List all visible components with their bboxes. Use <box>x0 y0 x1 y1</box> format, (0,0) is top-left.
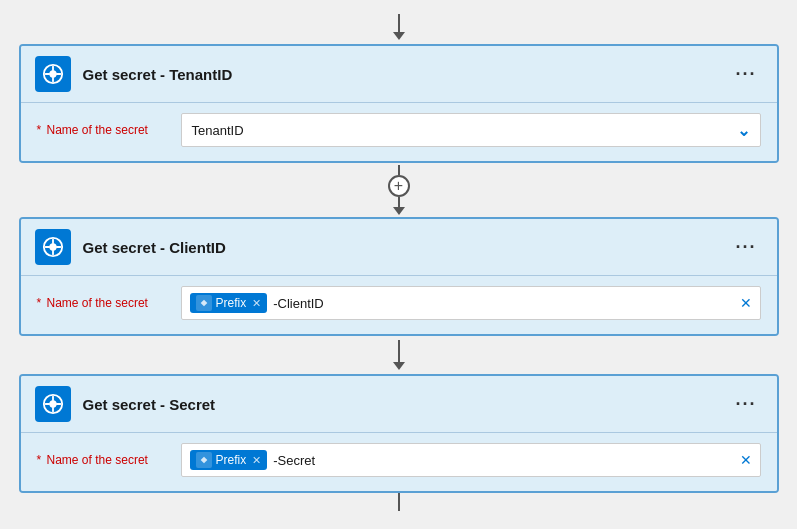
card-tenant: Get secret - TenantID ··· * Name of the … <box>19 44 779 163</box>
client-token-field[interactable]: Prefix ✕ -ClientID ✕ <box>181 286 761 320</box>
arrow-line-2 <box>398 340 400 362</box>
secret-token-chip: Prefix ✕ <box>190 450 268 470</box>
secret-field-label-text: Name of the secret <box>47 453 148 467</box>
card-secret-icon <box>35 386 71 422</box>
key-vault-icon-3 <box>42 393 64 415</box>
card-secret-title: Get secret - Secret <box>83 396 718 413</box>
card-tenant-menu[interactable]: ··· <box>729 62 762 87</box>
secret-token-label: Prefix <box>216 453 247 467</box>
card-tenant-header: Get secret - TenantID ··· <box>21 46 777 102</box>
secret-token-suffix: -Secret <box>273 453 315 468</box>
plus-connector-1: + <box>388 165 410 215</box>
required-star-3: * <box>37 453 45 467</box>
secret-token-field[interactable]: Prefix ✕ -Secret ✕ <box>181 443 761 477</box>
arrow-2 <box>393 340 405 370</box>
client-token-remove[interactable]: ✕ <box>252 297 261 310</box>
client-token-label: Prefix <box>216 296 247 310</box>
top-arrow <box>393 14 405 40</box>
bottom-line <box>398 493 400 511</box>
flow-container: Get secret - TenantID ··· * Name of the … <box>9 10 789 511</box>
svg-point-5 <box>49 400 56 407</box>
card-tenant-title: Get secret - TenantID <box>83 66 718 83</box>
card-secret-header: Get secret - Secret ··· <box>21 376 777 432</box>
card-secret-menu[interactable]: ··· <box>729 392 762 417</box>
card-client-icon <box>35 229 71 265</box>
secret-field-clear[interactable]: ✕ <box>740 452 752 468</box>
required-star: * <box>37 123 45 137</box>
token-chip-icon-svg <box>199 298 209 308</box>
card-client-field-label: * Name of the secret <box>37 296 167 310</box>
card-client-title: Get secret - ClientID <box>83 239 718 256</box>
svg-point-1 <box>49 70 56 77</box>
svg-point-3 <box>49 243 56 250</box>
tenant-dropdown-value: TenantID <box>192 123 244 138</box>
card-tenant-icon <box>35 56 71 92</box>
plus-line-top <box>398 165 400 175</box>
arrow-line <box>398 14 400 32</box>
tenant-dropdown[interactable]: TenantID ⌄ <box>181 113 761 147</box>
arrow-head <box>393 32 405 40</box>
card-client-body: * Name of the secret Prefix ✕ -ClientID … <box>21 276 777 334</box>
card-secret-field-label: * Name of the secret <box>37 453 167 467</box>
card-secret: Get secret - Secret ··· * Name of the se… <box>19 374 779 493</box>
token-icon-2 <box>196 452 212 468</box>
secret-token-remove[interactable]: ✕ <box>252 454 261 467</box>
card-tenant-body: * Name of the secret TenantID ⌄ <box>21 103 777 161</box>
client-token-chip: Prefix ✕ <box>190 293 268 313</box>
client-token-suffix: -ClientID <box>273 296 324 311</box>
card-secret-body: * Name of the secret Prefix ✕ -Secret ✕ <box>21 433 777 491</box>
token-icon <box>196 295 212 311</box>
field-label-text: Name of the secret <box>47 123 148 137</box>
key-vault-icon-2 <box>42 236 64 258</box>
arrow-head-2 <box>393 207 405 215</box>
add-step-button-1[interactable]: + <box>388 175 410 197</box>
plus-line-bottom <box>398 197 400 207</box>
card-client-menu[interactable]: ··· <box>729 235 762 260</box>
client-field-label-text: Name of the secret <box>47 296 148 310</box>
card-client-header: Get secret - ClientID ··· <box>21 219 777 275</box>
chevron-down-icon: ⌄ <box>737 121 750 140</box>
key-vault-icon <box>42 63 64 85</box>
client-field-clear[interactable]: ✕ <box>740 295 752 311</box>
token-chip-icon-svg-2 <box>199 455 209 465</box>
plus-icon: + <box>394 177 403 195</box>
card-client: Get secret - ClientID ··· * Name of the … <box>19 217 779 336</box>
card-tenant-field-label: * Name of the secret <box>37 123 167 137</box>
arrow-head-3 <box>393 362 405 370</box>
required-star-2: * <box>37 296 45 310</box>
